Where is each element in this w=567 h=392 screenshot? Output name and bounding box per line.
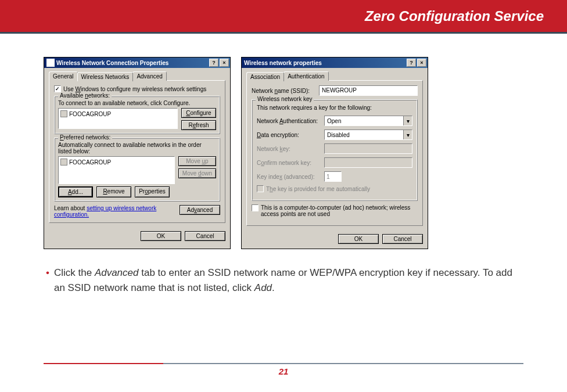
instruction-text: • Click the Advanced tab to enter an SSI… bbox=[44, 265, 523, 295]
tab-wireless-networks[interactable]: Wireless Networks bbox=[77, 72, 134, 81]
wireless-network-properties-dialog: Wireless network properties ? × Associat… bbox=[241, 57, 428, 249]
refresh-button[interactable]: Refresh bbox=[181, 120, 216, 130]
available-networks-group: Available networks: To connect to an ava… bbox=[54, 96, 220, 134]
move-down-button[interactable]: Move down bbox=[178, 168, 216, 178]
dialog2-tabs: Association Authentication bbox=[246, 71, 423, 81]
enc-select[interactable]: Disabled▾ bbox=[324, 130, 412, 140]
network-icon bbox=[60, 110, 67, 117]
chevron-down-icon: ▾ bbox=[403, 116, 412, 125]
move-up-button[interactable]: Move up bbox=[178, 156, 216, 166]
auth-select[interactable]: Open▾ bbox=[324, 116, 412, 126]
adhoc-checkbox[interactable] bbox=[252, 204, 259, 211]
ok-button[interactable]: OK bbox=[338, 234, 379, 244]
ssid-input[interactable]: NEWGROUP bbox=[319, 85, 418, 96]
remove-button[interactable]: Remove bbox=[96, 186, 131, 197]
dialog1-title-text: Wireless Network Connection Properties bbox=[56, 60, 208, 66]
keyindex-label: Key index (advanced): bbox=[257, 174, 321, 180]
netkey-label: Network key: bbox=[257, 146, 321, 152]
network-name: FOOCAGROUP bbox=[69, 111, 111, 117]
dialog2-tab-panel: Network name (SSID): NEWGROUP Wireless n… bbox=[246, 80, 423, 226]
content-area: Wireless Network Connection Properties ?… bbox=[0, 34, 567, 295]
available-networks-list[interactable]: FOOCAGROUP bbox=[58, 108, 178, 129]
auto-key-checkbox bbox=[257, 185, 264, 192]
available-hint: To connect to an available network, clic… bbox=[58, 100, 216, 106]
keyindex-spinner: 1 bbox=[324, 171, 342, 182]
preferred-hint: Automatically connect to available netwo… bbox=[58, 142, 216, 154]
dialog2-titlebar: Wireless network properties ? × bbox=[242, 57, 428, 68]
learn-text: Learn about setting up wireless network … bbox=[54, 205, 180, 218]
list-item[interactable]: FOOCAGROUP bbox=[60, 158, 173, 166]
bullet-icon: • bbox=[46, 265, 49, 295]
auth-label: Network Authentication: bbox=[257, 118, 321, 124]
confirm-label: Confirm network key: bbox=[257, 160, 321, 166]
tab-general[interactable]: General bbox=[49, 71, 78, 81]
dialog1-titlebar: Wireless Network Connection Properties ?… bbox=[44, 57, 230, 68]
dialog1-title-icon bbox=[46, 59, 55, 67]
document-header: Zero Configuration Service bbox=[0, 0, 567, 32]
adhoc-label: This is a computer-to-computer (ad hoc) … bbox=[261, 204, 418, 217]
confirm-input bbox=[324, 157, 412, 168]
dialog1-tab-panel: Use Windows to configure my wireless net… bbox=[49, 80, 225, 223]
footer-rule bbox=[44, 363, 523, 364]
cancel-button[interactable]: Cancel bbox=[382, 234, 423, 244]
use-windows-checkbox[interactable] bbox=[54, 85, 61, 92]
wireless-connection-properties-dialog: Wireless Network Connection Properties ?… bbox=[44, 57, 231, 249]
dialog1-tabs: General Wireless Networks Advanced bbox=[49, 71, 225, 81]
dialog2-title-text: Wireless network properties bbox=[244, 60, 405, 66]
advanced-button[interactable]: Advanced bbox=[180, 205, 220, 215]
configure-button[interactable]: Configure bbox=[181, 108, 216, 118]
use-windows-label: Use Windows to configure my wireless net… bbox=[63, 86, 206, 92]
properties-button[interactable]: Properties bbox=[135, 186, 170, 197]
cancel-button[interactable]: Cancel bbox=[185, 231, 225, 241]
auto-key-label: The key is provided for me automatically bbox=[266, 186, 370, 192]
chevron-down-icon: ▾ bbox=[403, 130, 412, 139]
page-footer: 21 bbox=[0, 363, 567, 377]
ok-button[interactable]: OK bbox=[141, 231, 181, 241]
wireless-key-group: Wireless network key This network requir… bbox=[252, 99, 418, 201]
ssid-label: Network name (SSID): bbox=[252, 88, 315, 94]
available-networks-legend: Available networks: bbox=[58, 92, 112, 99]
enc-label: Data encryption: bbox=[257, 132, 321, 138]
close-button[interactable]: × bbox=[220, 59, 229, 67]
preferred-networks-group: Preferred networks: Automatically connec… bbox=[54, 138, 220, 202]
help-button[interactable]: ? bbox=[209, 59, 218, 67]
netkey-input bbox=[324, 143, 412, 154]
page-number: 21 bbox=[279, 366, 289, 376]
network-name: FOOCAGROUP bbox=[69, 159, 111, 166]
preferred-networks-legend: Preferred networks: bbox=[58, 134, 112, 141]
preferred-networks-list[interactable]: FOOCAGROUP bbox=[58, 156, 175, 184]
header-title: Zero Configuration Service bbox=[365, 8, 544, 24]
tab-authentication[interactable]: Authentication bbox=[284, 71, 328, 81]
key-hint: This network requires a key for the foll… bbox=[257, 105, 412, 111]
tab-association[interactable]: Association bbox=[246, 72, 284, 81]
network-icon bbox=[60, 159, 67, 166]
list-item[interactable]: FOOCAGROUP bbox=[60, 110, 176, 118]
wireless-key-legend: Wireless network key bbox=[256, 96, 314, 102]
close-button[interactable]: × bbox=[417, 59, 426, 67]
help-button[interactable]: ? bbox=[407, 59, 416, 67]
tab-advanced[interactable]: Advanced bbox=[132, 71, 166, 81]
add-button[interactable]: Add... bbox=[58, 186, 93, 197]
